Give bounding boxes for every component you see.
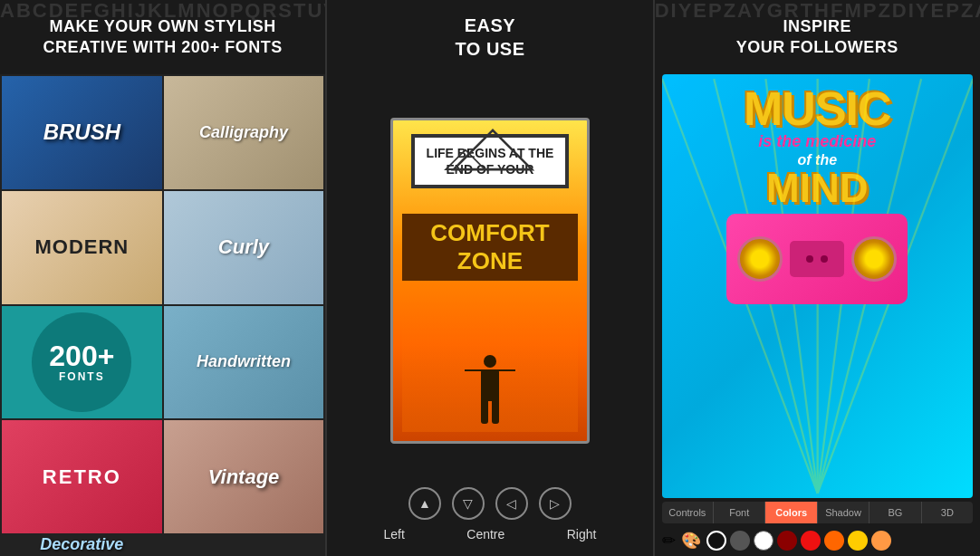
panel2-header-line2: TO USE: [455, 37, 524, 61]
person-leg-right: [492, 401, 499, 424]
color-swatch-white[interactable]: [754, 531, 773, 551]
panel2-content: LIFE BEGINS AT THE END OF YOUR COMFORTZO…: [327, 74, 652, 556]
nav-left[interactable]: Left: [384, 527, 405, 542]
ctrl-left-button[interactable]: ◁: [495, 487, 528, 520]
font-cell-handwritten[interactable]: Handwritten: [164, 306, 324, 419]
poster-comfort-text: COMFORTZONE: [402, 214, 578, 281]
color-swatch-darkred[interactable]: [777, 531, 797, 551]
poster-container: LIFE BEGINS AT THE END OF YOUR COMFORTZO…: [334, 81, 645, 480]
panel3-header-line2: YOUR FOLLOWERS: [736, 37, 898, 58]
font-label-vintage: Vintage: [208, 465, 280, 489]
app-container: ABCDEFGHIJKLMNOPQRSTUVWXYZ12345ABCDEFGH …: [0, 0, 980, 556]
controls-row: ▲ ▽ ◁ ▷: [408, 480, 572, 523]
font-label-modern: MODERN: [34, 235, 129, 259]
badge-number: 200+: [49, 341, 114, 370]
pencil-icon[interactable]: ✏: [662, 531, 676, 551]
color-swatch-black[interactable]: [706, 531, 726, 551]
font-cell-brush[interactable]: BRUSH: [2, 76, 162, 189]
person-body: [481, 369, 499, 401]
color-swatch-lightorange[interactable]: [871, 531, 891, 551]
tab-shadow[interactable]: Shadow: [818, 502, 870, 523]
panel-easy: EASY TO USE LIFE BEGINS AT THE END OF YO…: [327, 0, 652, 556]
music-poster: MUSIC is the medicine of the MIND: [662, 74, 973, 498]
person-silhouette-container: [402, 305, 578, 432]
panel-fonts: ABCDEFGHIJKLMNOPQRSTUVWXYZ12345ABCDEFGH …: [0, 0, 325, 556]
boombox-center: [790, 241, 844, 277]
panel-inspire: DIYEPZAYGRTHFMPZDIYEPZAYGRTHFMPZDIY INSP…: [655, 0, 980, 556]
tab-controls[interactable]: Controls: [662, 502, 714, 523]
badge-label: FONTS: [59, 370, 105, 383]
color-swatch-darkgray[interactable]: [730, 531, 750, 551]
font-label-curly: Curly: [218, 235, 269, 259]
person-legs: [472, 401, 508, 424]
tab-bg[interactable]: BG: [870, 502, 921, 523]
font-cell-curly[interactable]: Curly: [164, 191, 324, 304]
color-swatch-yellow[interactable]: [848, 531, 868, 551]
boombox-graphic: [726, 214, 908, 304]
person-leg-left: [481, 401, 488, 424]
motivational-poster: LIFE BEGINS AT THE END OF YOUR COMFORTZO…: [390, 118, 590, 444]
panel3-header-content: INSPIRE YOUR FOLLOWERS: [736, 16, 898, 59]
color-swatch-red[interactable]: [801, 531, 821, 551]
font-label-handwritten: Handwritten: [197, 352, 291, 371]
tab-colors[interactable]: Colors: [765, 502, 817, 523]
tab-3d[interactable]: 3D: [922, 502, 973, 523]
mountain-graphic: [407, 125, 579, 175]
font-label-calligraphy: Calligraphy: [199, 123, 288, 142]
svg-marker-1: [446, 150, 485, 170]
color-swatch-orange[interactable]: [824, 531, 844, 551]
person-silhouette: [472, 355, 508, 427]
font-cell-200plus: 200+ FONTS: [2, 306, 162, 419]
nav-right[interactable]: Right: [567, 527, 597, 542]
panel1-header-text: MAKE YOUR OWN STYLISH CREATIVE WITH 200+…: [18, 16, 307, 59]
ctrl-up-button[interactable]: ▲: [408, 487, 441, 520]
font-label-retro: RETRO: [43, 465, 121, 489]
tab-font[interactable]: Font: [714, 502, 765, 523]
color-palette: ✏ 🎨: [655, 527, 980, 556]
speaker-right: [851, 236, 897, 282]
panel3-header: DIYEPZAYGRTHFMPZDIYEPZAYGRTHFMPZDIY INSP…: [655, 0, 980, 74]
nav-labels: Left Centre Right: [334, 523, 645, 549]
cassette-hole-left: [806, 255, 813, 263]
speaker-left: [737, 236, 783, 282]
font-cell-modern[interactable]: MODERN: [2, 191, 162, 304]
person-head: [484, 355, 496, 368]
font-cell-vintage[interactable]: Vintage: [164, 420, 324, 533]
panel2-header-line1: EASY: [465, 14, 515, 37]
badge-200plus: 200+ FONTS: [32, 312, 131, 412]
font-cell-decorative[interactable]: Decorative: [2, 535, 162, 554]
font-label-decorative: Decorative: [40, 535, 123, 554]
person-arms: [465, 369, 515, 371]
nav-centre[interactable]: Centre: [466, 527, 504, 542]
font-label-brush: BRUSH: [43, 120, 120, 145]
panel1-header: ABCDEFGHIJKLMNOPQRSTUVWXYZ12345ABCDEFGH …: [0, 0, 325, 74]
ctrl-down-button[interactable]: ▽: [452, 487, 485, 520]
font-grid: BRUSH Calligraphy MODERN Curly 200+ FONT…: [0, 74, 325, 556]
font-cell-calligraphy[interactable]: Calligraphy: [164, 76, 324, 189]
font-cell-retro[interactable]: RETRO: [2, 420, 162, 533]
cassette-hole-right: [821, 255, 828, 263]
panel3-header-line1: INSPIRE: [736, 16, 898, 37]
tool-tabs: Controls Font Colors Shadow BG 3D: [662, 502, 973, 523]
panel2-header: EASY TO USE: [327, 0, 652, 74]
ctrl-right-button[interactable]: ▷: [539, 487, 572, 520]
palette-icon[interactable]: 🎨: [681, 531, 701, 551]
